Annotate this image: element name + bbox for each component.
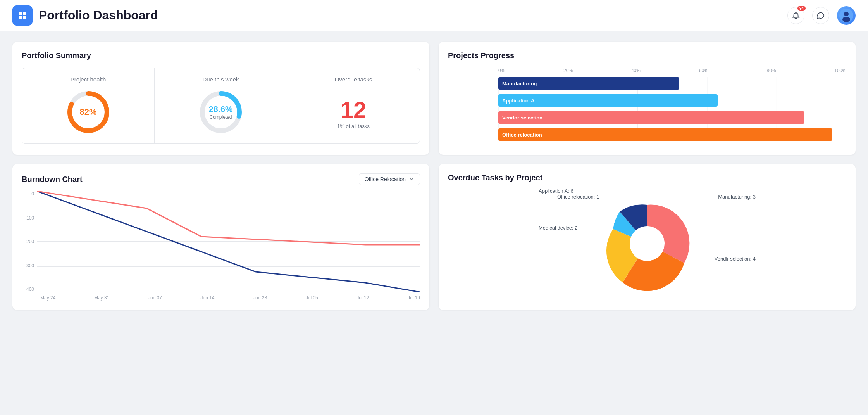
project-health-cell: Project health 82% <box>22 68 155 143</box>
burndown-title: Burndown Chart <box>22 175 83 184</box>
user-avatar[interactable] <box>837 6 856 25</box>
bar-office: Office relocation <box>498 128 832 141</box>
due-this-week-value: 28.6% <box>208 104 232 114</box>
app-header: Portfolio Dashboard 94 <box>0 0 868 31</box>
svg-point-1 <box>844 12 849 16</box>
axis-60: 60% <box>699 68 708 73</box>
app-logo <box>12 5 33 26</box>
bell-icon <box>792 11 800 20</box>
summary-grid: Project health 82% Due this week <box>22 68 420 144</box>
y-400: 400 <box>22 287 34 292</box>
projects-progress-card: Projects Progress 0% 20% 40% 60% 80% 100… <box>439 42 856 155</box>
due-this-week-cell: Due this week 28.6% Completed <box>155 68 287 143</box>
due-this-week-label: Due this week <box>202 76 239 83</box>
y-300: 300 <box>22 263 34 268</box>
svg-point-13 <box>630 226 665 261</box>
project-health-value: 82% <box>79 107 96 117</box>
x-jun14: Jun 14 <box>200 295 214 301</box>
burndown-y-axis: 400 300 200 100 0 <box>22 191 37 292</box>
header-actions: 94 <box>787 6 856 25</box>
pie-center <box>589 189 705 299</box>
pie-label-vendor: Vendir selection: 4 <box>715 256 756 262</box>
overdue-tasks-by-project-card: Overdue Tasks by Project <box>439 164 856 310</box>
overdue-by-project-title: Overdue Tasks by Project <box>448 173 846 182</box>
project-health-label: Project health <box>71 76 106 83</box>
pie-label-manufacturing: Manufacturing: 3 <box>718 194 756 200</box>
bar-manufacturing: Manufacturing <box>498 77 679 90</box>
burndown-chart-inner <box>37 191 420 292</box>
axis-80: 80% <box>767 68 776 73</box>
bar-vendor: Vendor selection <box>498 111 804 124</box>
x-jun28: Jun 28 <box>253 295 267 301</box>
main-content: Portfolio Summary Project health 82% <box>0 31 868 321</box>
portfolio-summary-card: Portfolio Summary Project health 82% <box>12 42 429 155</box>
message-icon <box>816 11 825 20</box>
messages-button[interactable] <box>812 7 829 24</box>
pie-chart-area: Office relocation: 1 Manufacturing: 3 Me… <box>448 190 846 299</box>
progress-bars-area: Manufacturing Application A Vendor selec… <box>448 77 846 141</box>
pie-label-office: Office relocation: 1 <box>557 194 599 200</box>
x-may24: May 24 <box>40 295 55 301</box>
x-jun07: Jun 07 <box>148 295 162 301</box>
notification-badge: 94 <box>797 6 806 11</box>
overdue-tasks-sub: 1% of all tasks <box>337 123 370 129</box>
burndown-chart-body: 400 300 200 100 0 <box>22 191 420 292</box>
burndown-header: Burndown Chart Office Relocation <box>22 173 420 185</box>
logo-icon <box>17 10 28 21</box>
burndown-project-label: Office Relocation <box>365 176 406 182</box>
notifications-button[interactable]: 94 <box>787 7 804 24</box>
page-title: Portfolio Dashboard <box>39 8 158 22</box>
y-100: 100 <box>22 215 34 221</box>
x-jul12: Jul 12 <box>356 295 369 301</box>
axis-100: 100% <box>834 68 846 73</box>
overdue-tasks-cell: Overdue tasks 12 1% of all tasks <box>287 68 420 143</box>
burndown-project-selector[interactable]: Office Relocation <box>359 173 420 185</box>
x-jul19: Jul 19 <box>408 295 420 301</box>
burndown-svg <box>37 191 420 292</box>
axis-40: 40% <box>631 68 641 73</box>
burndown-chart-card: Burndown Chart Office Relocation 400 300… <box>12 164 429 310</box>
progress-axis: 0% 20% 40% 60% 80% 100% <box>448 68 846 73</box>
due-this-week-donut: 28.6% Completed <box>198 89 244 135</box>
pie-label-application: Application A: 6 <box>539 188 574 194</box>
avatar-image <box>839 9 853 22</box>
dashboard-grid: Portfolio Summary Project health 82% <box>12 42 856 310</box>
due-this-week-sub: Completed <box>209 114 232 120</box>
x-jul05: Jul 05 <box>306 295 318 301</box>
axis-20: 20% <box>563 68 573 73</box>
projects-progress-title: Projects Progress <box>448 51 846 60</box>
pie-label-medical: Medical device: 2 <box>539 225 577 231</box>
axis-0: 0% <box>498 68 505 73</box>
svg-point-2 <box>842 17 850 22</box>
burndown-x-axis: May 24 May 31 Jun 07 Jun 14 Jun 28 Jul 0… <box>22 295 420 301</box>
progress-chart: 0% 20% 40% 60% 80% 100% <box>448 68 846 141</box>
x-may31: May 31 <box>94 295 109 301</box>
portfolio-summary-title: Portfolio Summary <box>22 51 420 60</box>
overdue-tasks-count: 12 <box>341 99 367 122</box>
progress-row-application: Application A <box>448 94 846 107</box>
pie-svg <box>589 189 705 298</box>
progress-row-vendor: Vendor selection <box>448 111 846 124</box>
overdue-tasks-label: Overdue tasks <box>335 76 372 83</box>
y-0: 0 <box>22 191 34 197</box>
progress-row-office: Office relocation <box>448 128 846 141</box>
bar-application: Application A <box>498 94 718 107</box>
progress-row-manufacturing: Manufacturing <box>448 77 846 90</box>
chevron-down-icon <box>409 176 414 182</box>
y-200: 200 <box>22 239 34 244</box>
project-health-donut: 82% <box>65 89 112 135</box>
